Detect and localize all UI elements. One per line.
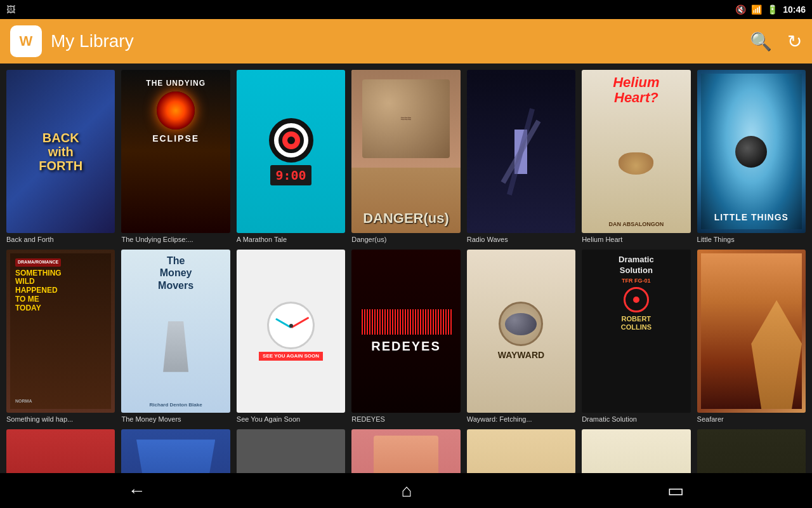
battery-icon: 🔋: [767, 4, 778, 15]
book-title-marathon: A Marathon Tale: [237, 236, 345, 243]
search-icon[interactable]: 🔍: [750, 31, 772, 52]
book-cover-little-things: LITTLE THINGS: [697, 70, 806, 233]
book-item-gray[interactable]: [237, 429, 345, 473]
book-cover-dangerous: ≈≈≈ DANGER(us): [351, 70, 460, 233]
book-cover-undying: THE UNDYING ECLIPSE: [121, 70, 230, 233]
app-icon: 🖼: [6, 4, 15, 15]
mute-icon: 🔇: [735, 4, 746, 15]
book-item-something-wild[interactable]: DRAMA/ROMANCE SOMETHINGWILDHAPPENEDTO ME…: [6, 250, 115, 423]
book-cover-how-far: How far is too far?: [697, 429, 806, 473]
book-title-seafarer: Seafarer: [697, 415, 806, 423]
book-item-monopoly[interactable]: 🎩: [582, 429, 690, 473]
nav-recent-button[interactable]: ▭: [648, 475, 703, 506]
book-cover-money-movers: TheMoneyMovers Richard Denton Blake: [121, 250, 230, 413]
book-title-something-wild: Something wild hap...: [6, 415, 115, 423]
book-item-radio-waves[interactable]: Radio Waves: [467, 70, 575, 243]
app-bar: W My Library 🔍 ↻: [0, 19, 812, 64]
book-item-helium[interactable]: HeliumHeart? DAN ABSALONGON Helium Heart: [582, 70, 690, 243]
book-cover-wayward: WAYWARD: [467, 250, 575, 413]
book-title-little-things: Little Things: [697, 236, 806, 243]
nav-back-button[interactable]: ←: [109, 476, 165, 506]
book-item-pink[interactable]: [351, 429, 460, 473]
book-cover-seafarer: [697, 250, 806, 413]
book-cover-radio-waves: [467, 70, 575, 233]
book-item-hundred-year[interactable]: THEHUNDREDYEARMAN: [6, 429, 115, 473]
book-item-dramatic[interactable]: DramaticSolution TFR FG-01 ROBERTCOLLINS…: [582, 250, 690, 423]
app-bar-right: 🔍 ↻: [750, 31, 802, 52]
status-bar-right: 🔇 📶 🔋 10:46: [735, 4, 806, 15]
book-item-seafarer[interactable]: Seafarer: [697, 250, 806, 423]
book-item-dangerous[interactable]: ≈≈≈ DANGER(us) Danger(us): [351, 70, 460, 243]
book-title-wayward: Wayward: Fetching...: [467, 415, 575, 423]
book-title-money-movers: The Money Movers: [121, 415, 230, 423]
wattpad-logo[interactable]: W: [10, 25, 42, 57]
book-item-wayward[interactable]: WAYWARD Wayward: Fetching...: [467, 250, 575, 423]
clock: 10:46: [783, 4, 806, 15]
book-title-see-you: See You Again Soon: [237, 415, 345, 423]
book-item-undying[interactable]: THE UNDYING ECLIPSE The Undying Eclipse:…: [121, 70, 230, 243]
book-title-back-forth: Back and Forth: [6, 236, 115, 243]
book-cover-redeyes: REDEYES: [351, 250, 460, 413]
book-item-back-forth[interactable]: BACKwithFORTH Back and Forth: [6, 70, 115, 243]
book-cover-back-forth: BACKwithFORTH: [6, 70, 115, 233]
book-cover-gray: [237, 429, 345, 473]
book-title-dramatic: Dramatic Solution: [582, 415, 690, 423]
book-cover-see-you: SEE YOU AGAIN SOON: [237, 250, 345, 413]
nav-home-button[interactable]: ⌂: [383, 476, 431, 506]
book-title-undying: The Undying Eclipse:...: [121, 236, 230, 243]
book-item-how-far[interactable]: How far is too far? How far is too far?: [697, 429, 806, 473]
book-item-redeyes[interactable]: REDEYES REDEYES: [351, 250, 460, 423]
book-title-redeyes: REDEYES: [351, 415, 460, 423]
logo-text: W: [20, 33, 33, 50]
book-cover-hundred-year: THEHUNDREDYEARMAN: [6, 429, 115, 473]
book-item-little-things[interactable]: LITTLE THINGS Little Things: [697, 70, 806, 243]
status-bar-left: 🖼: [6, 4, 15, 15]
book-cover-helium: HeliumHeart? DAN ABSALONGON: [582, 70, 690, 233]
app-title: My Library: [51, 31, 134, 51]
wifi-icon: 📶: [751, 4, 762, 15]
book-item-see-you[interactable]: SEE YOU AGAIN SOON See You Again Soon: [237, 250, 345, 423]
book-cover-something-wild: DRAMA/ROMANCE SOMETHINGWILDHAPPENEDTO ME…: [6, 250, 115, 413]
book-cover-aquifers: The Aquifersof Mars: [467, 429, 575, 473]
book-cover-deep-end: The Deep End: [121, 429, 230, 473]
book-title-radio-waves: Radio Waves: [467, 236, 575, 243]
book-item-money-movers[interactable]: TheMoneyMovers Richard Denton Blake The …: [121, 250, 230, 423]
status-bar: 🖼 🔇 📶 🔋 10:46: [0, 0, 812, 19]
book-cover-marathon: 9:00: [237, 70, 345, 233]
book-item-marathon[interactable]: 9:00 A Marathon Tale: [237, 70, 345, 243]
book-title-helium: Helium Heart: [582, 236, 690, 243]
book-item-deep-end[interactable]: The Deep End: [121, 429, 230, 473]
book-grid: BACKwithFORTH Back and Forth THE UNDYING…: [0, 64, 812, 473]
book-item-aquifers[interactable]: The Aquifersof Mars The Aquifers of Mars: [467, 429, 575, 473]
app-bar-left: W My Library: [10, 25, 134, 57]
nav-bar: ← ⌂ ▭: [0, 473, 812, 508]
book-cover-pink: [351, 429, 460, 473]
book-cover-monopoly: 🎩: [582, 429, 690, 473]
refresh-icon[interactable]: ↻: [787, 31, 802, 52]
book-cover-dramatic: DramaticSolution TFR FG-01 ROBERTCOLLINS: [582, 250, 690, 413]
book-title-dangerous: Danger(us): [351, 236, 460, 243]
